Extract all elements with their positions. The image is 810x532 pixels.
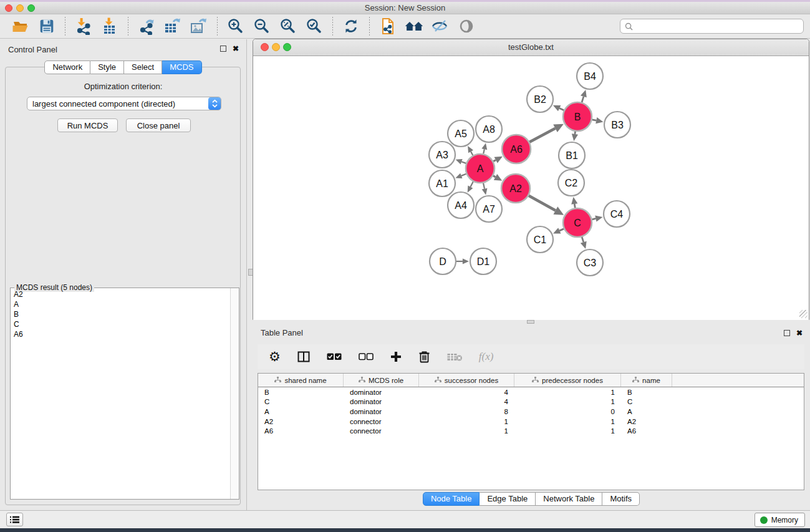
table-panel: Table Panel ✖ ⚙ f(x) shared nameMCDS rol… (253, 324, 810, 510)
show-panels-icon[interactable] (457, 17, 476, 36)
table-cell: B (258, 389, 344, 396)
open-session-icon[interactable] (11, 17, 30, 36)
memory-label: Memory (771, 516, 798, 525)
table-toolbar: ⚙ f(x) (258, 344, 804, 369)
zoom-selected-icon[interactable] (305, 17, 324, 36)
node-table[interactable]: shared nameMCDS rolesuccessor nodesprede… (258, 373, 804, 490)
export-table-icon[interactable] (163, 17, 182, 36)
edge-A-A4[interactable] (470, 181, 473, 186)
search-field[interactable] (620, 19, 804, 34)
node-table-body: Bdominator41BCdominator41CAdominator80AA… (258, 387, 804, 436)
edge-B-B2[interactable] (559, 109, 564, 110)
table-row[interactable]: Bdominator41B (258, 387, 804, 397)
table-row[interactable]: A2connector11A2 (258, 417, 804, 427)
column-header-label: successor nodes (445, 377, 498, 384)
edge-C-C4[interactable] (592, 218, 595, 219)
result-item[interactable]: A2 (11, 289, 231, 299)
node-label-A4: A4 (455, 200, 467, 211)
edge-A-A5[interactable] (471, 152, 473, 155)
run-mcds-button[interactable]: Run MCDS (57, 118, 118, 132)
zoom-in-icon[interactable] (226, 17, 245, 36)
edge-C-C3[interactable] (582, 237, 584, 242)
table-panel-tabs: Node TableEdge TableNetwork TableMotifs (253, 492, 810, 506)
column-header-MCDS-role[interactable]: MCDS role (344, 374, 419, 387)
close-panel-icon[interactable]: ✖ (233, 46, 239, 52)
result-scrollbar[interactable] (230, 288, 239, 499)
tab-motifs[interactable]: Motifs (602, 492, 640, 506)
edge-arrowhead (581, 90, 587, 97)
node-label-B3: B3 (611, 120, 624, 130)
window-resize-grip[interactable] (799, 310, 808, 318)
tab-select[interactable]: Select (124, 60, 162, 74)
edge-A2-C[interactable] (529, 196, 556, 211)
edge-C-C2[interactable] (574, 204, 575, 208)
mcds-result-list[interactable]: A2ABCA6 (11, 289, 231, 499)
float-panel-icon[interactable] (220, 46, 226, 52)
column-header-name[interactable]: name (621, 374, 672, 387)
tab-node-table[interactable]: Node Table (423, 492, 480, 506)
table-row[interactable]: A6connector11A6 (258, 426, 804, 436)
edge-A6-B[interactable] (529, 128, 555, 142)
function-builder-icon[interactable]: f(x) (479, 351, 494, 363)
edge-B-B1[interactable] (575, 132, 576, 134)
columns-icon[interactable] (297, 351, 310, 362)
home-icon[interactable] (405, 17, 423, 36)
result-item[interactable]: B (11, 309, 231, 319)
edge-B-B3[interactable] (592, 120, 597, 120)
deselect-all-icon[interactable] (359, 353, 374, 360)
table-row[interactable]: Adominator80A (258, 407, 804, 417)
refresh-network-icon[interactable] (342, 17, 360, 36)
close-table-panel-icon[interactable]: ✖ (796, 330, 803, 336)
edge-A-A3[interactable] (461, 162, 466, 163)
column-header-shared-name[interactable]: shared name (258, 374, 344, 387)
edge-A-A8[interactable] (483, 149, 485, 153)
task-history-button[interactable] (6, 513, 23, 526)
result-item[interactable]: C (11, 319, 231, 329)
table-row[interactable]: Cdominator41C (258, 397, 804, 407)
export-network-icon[interactable] (137, 17, 156, 36)
edge-B-B4[interactable] (582, 97, 584, 102)
edge-arrowhead (463, 258, 469, 264)
zoom-fit-icon[interactable] (279, 17, 297, 36)
import-table-icon[interactable] (100, 17, 119, 36)
network-window-titlebar[interactable]: testGlobe.txt (253, 39, 809, 56)
toolbar-separator (369, 17, 370, 36)
list-icon (10, 516, 19, 524)
tab-network-table[interactable]: Network Table (536, 492, 602, 506)
tab-network[interactable]: Network (44, 60, 90, 74)
close-panel-button[interactable]: Close panel (126, 118, 191, 132)
import-network-icon[interactable] (74, 17, 93, 36)
memory-button[interactable]: Memory (755, 513, 805, 527)
save-session-icon[interactable] (37, 17, 56, 36)
criterion-dropdown[interactable]: largest connected component (directed) (27, 97, 221, 110)
add-column-icon[interactable] (390, 351, 402, 362)
session-title: Session: New Session (0, 3, 810, 12)
delete-table-icon[interactable] (447, 352, 462, 362)
edge-A-A6[interactable] (493, 160, 496, 162)
mcds-result-group: MCDS result (5 nodes) A2ABCA6 (10, 288, 239, 500)
edge-C-C1[interactable] (559, 229, 564, 231)
zoom-out-icon[interactable] (253, 17, 271, 36)
column-header-predecessor-nodes[interactable]: predecessor nodes (514, 374, 621, 387)
memory-status-icon (760, 516, 768, 524)
result-item[interactable]: A6 (11, 329, 231, 339)
delete-column-icon[interactable] (418, 351, 430, 363)
edge-A-A2[interactable] (493, 176, 496, 177)
result-item[interactable]: A (11, 299, 231, 309)
gear-icon[interactable]: ⚙ (269, 351, 281, 363)
select-all-icon[interactable] (327, 353, 342, 360)
node-label-A5: A5 (455, 128, 467, 139)
hide-panels-icon[interactable] (431, 17, 450, 36)
network-document-icon[interactable] (378, 17, 397, 36)
tab-mcds[interactable]: MCDS (162, 60, 201, 74)
search-input[interactable] (635, 20, 803, 32)
edge-A-A7[interactable] (483, 183, 485, 188)
network-canvas[interactable]: B4B2BB3A5A8A6A3AB1A1C2A2A4A7CC4C1C3DD1 (253, 56, 809, 320)
tab-style[interactable]: Style (90, 60, 124, 74)
control-panel: Control Panel ✖ NetworkStyleSelectMCDS O… (0, 39, 247, 510)
export-image-icon[interactable] (190, 17, 208, 36)
column-header-successor-nodes[interactable]: successor nodes (419, 374, 514, 387)
float-table-panel-icon[interactable] (784, 330, 790, 336)
edge-A-A1[interactable] (461, 174, 466, 176)
tab-edge-table[interactable]: Edge Table (480, 492, 536, 506)
